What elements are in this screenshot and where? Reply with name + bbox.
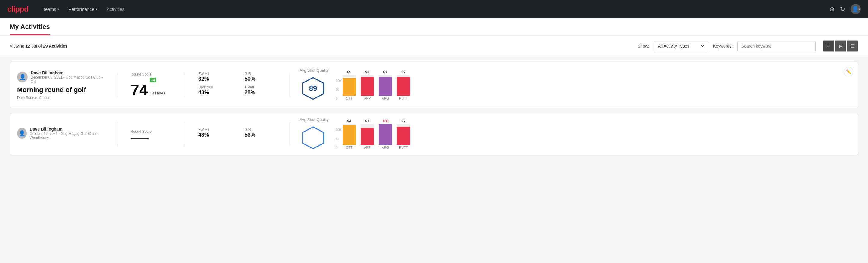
user-avatar[interactable]: 👤 ▾ — [850, 4, 861, 14]
nav-performance[interactable]: Performance ▾ — [69, 7, 97, 12]
hexagon-score-2 — [300, 124, 327, 151]
user-row-2: 👤 Dave Billingham October 16, 2021 - Gog… — [17, 127, 107, 140]
fw-hit-stat-2: FW Hit 43% — [198, 127, 230, 138]
viewing-suffix: Activities — [48, 43, 68, 49]
shot-quality-section: Avg Shot Quality 89 100 50 0 — [300, 68, 851, 102]
bars-container: 85 OTT 90 APP — [343, 70, 410, 100]
divider — [185, 73, 185, 97]
round-score-label-2: Round Score — [130, 129, 172, 134]
stats-section-3: FW Hit 43% — [195, 127, 234, 141]
score-row: 74 +4 18 Holes — [130, 78, 172, 98]
gir-value: 50% — [245, 76, 276, 82]
viewing-text: Viewing 12 out of 29 Activities — [10, 43, 628, 49]
refresh-icon[interactable]: ↻ — [840, 5, 845, 12]
compact-view-button[interactable]: ☰ — [847, 40, 858, 52]
hex-shape-icon-2 — [301, 126, 325, 150]
stats-section-2: GIR 50% 1 Putt 28% — [241, 71, 280, 99]
bar-group-putt: 89 PUTT — [397, 70, 410, 100]
bar-group-arg: 89 ARG — [379, 70, 392, 100]
shot-quality-left-2: Avg Shot Quality — [300, 117, 329, 151]
show-label: Show: — [638, 43, 649, 49]
bar-bg-ott — [343, 75, 356, 96]
bar-value-app: 90 — [365, 70, 369, 74]
bar-bg-app-2 — [361, 124, 374, 145]
search-input[interactable] — [738, 41, 816, 51]
gir-value-2: 56% — [245, 132, 276, 138]
bar-fill-putt-2 — [397, 127, 410, 145]
shot-quality-left: Avg Shot Quality 89 — [300, 68, 329, 102]
activity-title: Morning round of golf — [17, 86, 107, 94]
bar-value-putt-2: 87 — [402, 119, 405, 123]
add-icon[interactable]: ⊕ — [830, 5, 835, 12]
nav-activities-label: Activities — [107, 7, 125, 12]
bar-fill-app — [361, 77, 374, 96]
data-source: Data Source: Arccos — [17, 96, 107, 100]
bar-label-ott-2: OTT — [346, 146, 352, 149]
gir-stat-2: GIR 56% — [245, 127, 276, 138]
bar-group-ott-2: 94 OTT — [343, 119, 356, 149]
score-badge: +4 — [150, 78, 157, 83]
user-row: 👤 Dave Billingham December 05, 2021 - Go… — [17, 70, 107, 84]
bar-bg-putt — [397, 75, 410, 96]
y-label-0-2: 0 — [336, 146, 341, 149]
activity-card: 👤 Dave Billingham December 05, 2021 - Go… — [10, 62, 858, 108]
user-date: December 05, 2021 - Gog Magog Golf Club … — [31, 75, 107, 84]
bar-value-ott-2: 94 — [347, 119, 351, 123]
avatar-2: 👤 — [17, 128, 27, 139]
bars-container-2: 94 OTT 82 APP — [343, 119, 410, 149]
bar-fill-arg — [379, 77, 392, 96]
avg-shot-label: Avg Shot Quality — [300, 68, 329, 72]
bar-bg-putt-2 — [397, 124, 410, 145]
bar-chart-2: 100 50 0 94 OTT 82 — [336, 119, 851, 149]
list-view-button[interactable]: ≡ — [823, 40, 834, 52]
y-label-0: 0 — [336, 97, 341, 100]
user-info: Dave Billingham December 05, 2021 - Gog … — [31, 70, 107, 84]
nav-performance-label: Performance — [69, 7, 94, 12]
chevron-down-icon: ▾ — [57, 7, 59, 11]
updown-stat: Up/Down 43% — [198, 85, 230, 96]
shot-quality-section-2: Avg Shot Quality 100 50 0 9 — [300, 117, 851, 151]
bar-group-arg-2: 106 ARG — [379, 119, 392, 149]
fw-hit-label: FW Hit — [198, 71, 230, 76]
fw-hit-label-2: FW Hit — [198, 127, 230, 132]
nav-activities[interactable]: Activities — [107, 7, 125, 12]
divider-2 — [117, 122, 117, 146]
viewing-prefix: Viewing — [10, 43, 26, 49]
keywords-label: Keywords: — [713, 43, 733, 49]
round-score-label: Round Score — [130, 72, 172, 77]
grid-view-button[interactable]: ⊞ — [835, 40, 846, 52]
y-label-100: 100 — [336, 79, 341, 83]
avatar-chevron: ▾ — [858, 7, 860, 11]
oneputt-label: 1 Putt — [245, 85, 276, 89]
bar-group-putt-2: 87 PUTT — [397, 119, 410, 149]
viewing-count: 12 — [26, 43, 30, 49]
bar-bg-arg — [379, 75, 392, 96]
view-toggle-group: ≡ ⊞ ☰ — [823, 40, 858, 52]
activity-card-2: 👤 Dave Billingham October 16, 2021 - Gog… — [10, 113, 858, 155]
bar-chart: 100 50 0 85 OTT — [336, 70, 851, 100]
round-score-section-2: Round Score — [127, 129, 175, 139]
stats-section-4: GIR 56% — [241, 127, 280, 141]
hex-score-value: 89 — [309, 84, 317, 93]
y-label-100-2: 100 — [336, 128, 341, 132]
bar-group-app-2: 82 APP — [361, 119, 374, 149]
activity-type-select[interactable]: All Activity Types — [654, 41, 708, 51]
y-label-50-2: 50 — [336, 137, 341, 141]
card-left: 👤 Dave Billingham December 05, 2021 - Go… — [17, 70, 107, 100]
bar-label-app-2: APP — [364, 146, 371, 149]
chevron-down-icon: ▾ — [96, 7, 97, 11]
edit-button[interactable]: ✏️ — [844, 67, 853, 77]
score-placeholder — [130, 139, 149, 139]
avatar-icon: 👤 — [852, 6, 858, 12]
y-label-50: 50 — [336, 88, 341, 91]
fw-hit-stat: FW Hit 62% — [198, 71, 230, 82]
svg-marker-1 — [303, 127, 323, 149]
nav-teams[interactable]: Teams ▾ — [43, 7, 59, 12]
avg-shot-label-2: Avg Shot Quality — [300, 117, 329, 122]
filter-bar: Viewing 12 out of 29 Activities Show: Al… — [0, 35, 868, 57]
bar-fill-ott-2 — [343, 125, 356, 145]
bar-group-app: 90 APP — [361, 70, 374, 100]
viewing-middle: out of — [30, 43, 43, 49]
bar-value-app-2: 82 — [365, 119, 369, 123]
holes-text: 18 Holes — [150, 91, 165, 95]
